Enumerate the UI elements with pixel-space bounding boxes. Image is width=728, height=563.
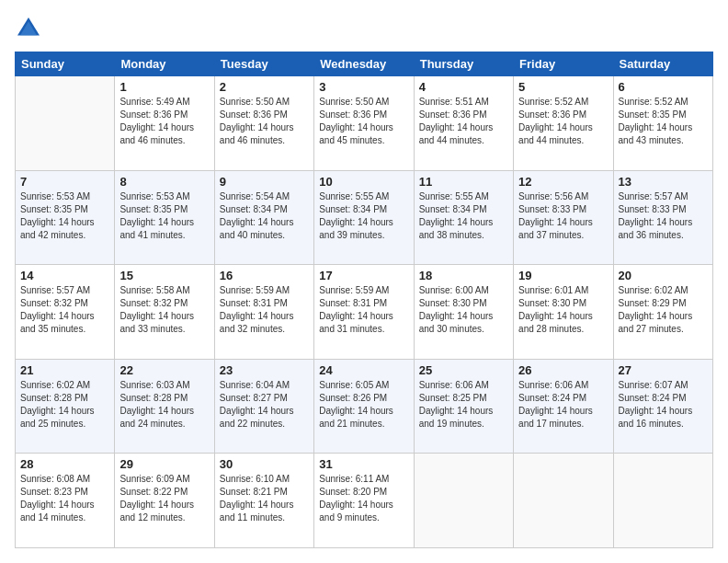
calendar-cell: 6Sunrise: 5:52 AM Sunset: 8:35 PM Daylig… bbox=[613, 76, 712, 171]
calendar-cell: 28Sunrise: 6:08 AM Sunset: 8:23 PM Dayli… bbox=[16, 454, 115, 548]
cell-info: Sunrise: 6:00 AM Sunset: 8:30 PM Dayligh… bbox=[419, 284, 508, 336]
day-number: 17 bbox=[319, 269, 408, 282]
day-number: 4 bbox=[419, 80, 508, 94]
header bbox=[15, 15, 713, 42]
calendar-cell: 22Sunrise: 6:03 AM Sunset: 8:28 PM Dayli… bbox=[115, 359, 214, 454]
cell-info: Sunrise: 6:11 AM Sunset: 8:20 PM Dayligh… bbox=[319, 473, 408, 524]
day-number: 1 bbox=[119, 80, 209, 94]
calendar-cell bbox=[514, 454, 613, 548]
calendar-header-row: SundayMondayTuesdayWednesdayThursdayFrid… bbox=[16, 52, 713, 76]
calendar-cell: 11Sunrise: 5:55 AM Sunset: 8:34 PM Dayli… bbox=[414, 170, 513, 265]
calendar-cell bbox=[16, 76, 115, 171]
calendar-day-header: Tuesday bbox=[214, 52, 313, 76]
day-number: 2 bbox=[220, 80, 309, 94]
cell-info: Sunrise: 5:52 AM Sunset: 8:35 PM Dayligh… bbox=[619, 96, 708, 147]
cell-info: Sunrise: 6:01 AM Sunset: 8:30 PM Dayligh… bbox=[518, 284, 608, 336]
calendar-table: SundayMondayTuesdayWednesdayThursdayFrid… bbox=[15, 52, 713, 548]
cell-info: Sunrise: 5:54 AM Sunset: 8:34 PM Dayligh… bbox=[220, 190, 309, 242]
calendar-week-row: 7Sunrise: 5:53 AM Sunset: 8:35 PM Daylig… bbox=[16, 170, 713, 265]
day-number: 15 bbox=[119, 269, 209, 282]
cell-info: Sunrise: 5:59 AM Sunset: 8:31 PM Dayligh… bbox=[220, 284, 309, 336]
calendar-day-header: Friday bbox=[514, 52, 613, 76]
day-number: 14 bbox=[20, 269, 109, 282]
calendar-day-header: Monday bbox=[115, 52, 214, 76]
cell-info: Sunrise: 6:03 AM Sunset: 8:28 PM Dayligh… bbox=[119, 379, 209, 431]
day-number: 12 bbox=[518, 175, 608, 189]
calendar-cell: 9Sunrise: 5:54 AM Sunset: 8:34 PM Daylig… bbox=[214, 170, 313, 265]
cell-info: Sunrise: 5:56 AM Sunset: 8:33 PM Dayligh… bbox=[518, 190, 608, 242]
calendar-cell: 25Sunrise: 6:06 AM Sunset: 8:25 PM Dayli… bbox=[414, 359, 513, 454]
day-number: 20 bbox=[619, 269, 708, 282]
cell-info: Sunrise: 6:02 AM Sunset: 8:29 PM Dayligh… bbox=[619, 284, 708, 336]
page: SundayMondayTuesdayWednesdayThursdayFrid… bbox=[0, 0, 728, 563]
day-number: 10 bbox=[319, 175, 408, 189]
cell-info: Sunrise: 6:09 AM Sunset: 8:22 PM Dayligh… bbox=[119, 473, 209, 524]
day-number: 5 bbox=[518, 80, 608, 94]
calendar-cell: 21Sunrise: 6:02 AM Sunset: 8:28 PM Dayli… bbox=[16, 359, 115, 454]
calendar-day-header: Saturday bbox=[613, 52, 712, 76]
calendar-cell: 27Sunrise: 6:07 AM Sunset: 8:24 PM Dayli… bbox=[613, 359, 712, 454]
day-number: 28 bbox=[20, 457, 109, 471]
cell-info: Sunrise: 5:57 AM Sunset: 8:33 PM Dayligh… bbox=[619, 190, 708, 242]
cell-info: Sunrise: 5:53 AM Sunset: 8:35 PM Dayligh… bbox=[119, 190, 209, 242]
cell-info: Sunrise: 5:57 AM Sunset: 8:32 PM Dayligh… bbox=[20, 284, 109, 336]
calendar-cell: 7Sunrise: 5:53 AM Sunset: 8:35 PM Daylig… bbox=[16, 170, 115, 265]
day-number: 8 bbox=[119, 175, 209, 189]
cell-info: Sunrise: 6:10 AM Sunset: 8:21 PM Dayligh… bbox=[220, 473, 309, 524]
day-number: 29 bbox=[119, 457, 209, 471]
cell-info: Sunrise: 5:51 AM Sunset: 8:36 PM Dayligh… bbox=[419, 96, 508, 147]
cell-info: Sunrise: 6:06 AM Sunset: 8:24 PM Dayligh… bbox=[518, 379, 608, 431]
cell-info: Sunrise: 6:04 AM Sunset: 8:27 PM Dayligh… bbox=[220, 379, 309, 431]
day-number: 9 bbox=[220, 175, 309, 189]
cell-info: Sunrise: 5:55 AM Sunset: 8:34 PM Dayligh… bbox=[419, 190, 508, 242]
cell-info: Sunrise: 6:06 AM Sunset: 8:25 PM Dayligh… bbox=[419, 379, 508, 431]
calendar-cell: 12Sunrise: 5:56 AM Sunset: 8:33 PM Dayli… bbox=[514, 170, 613, 265]
calendar-cell: 3Sunrise: 5:50 AM Sunset: 8:36 PM Daylig… bbox=[314, 76, 414, 171]
calendar-cell: 1Sunrise: 5:49 AM Sunset: 8:36 PM Daylig… bbox=[115, 76, 214, 171]
calendar-cell: 26Sunrise: 6:06 AM Sunset: 8:24 PM Dayli… bbox=[514, 359, 613, 454]
calendar-cell: 20Sunrise: 6:02 AM Sunset: 8:29 PM Dayli… bbox=[613, 265, 712, 360]
day-number: 31 bbox=[319, 457, 408, 471]
day-number: 23 bbox=[220, 363, 309, 377]
day-number: 24 bbox=[319, 363, 408, 377]
cell-info: Sunrise: 5:59 AM Sunset: 8:31 PM Dayligh… bbox=[319, 284, 408, 336]
day-number: 18 bbox=[419, 269, 508, 282]
day-number: 11 bbox=[419, 175, 508, 189]
cell-info: Sunrise: 6:07 AM Sunset: 8:24 PM Dayligh… bbox=[619, 379, 708, 431]
calendar-cell: 2Sunrise: 5:50 AM Sunset: 8:36 PM Daylig… bbox=[214, 76, 313, 171]
cell-info: Sunrise: 6:08 AM Sunset: 8:23 PM Dayligh… bbox=[20, 473, 109, 524]
calendar-cell: 10Sunrise: 5:55 AM Sunset: 8:34 PM Dayli… bbox=[314, 170, 414, 265]
day-number: 30 bbox=[220, 457, 309, 471]
day-number: 19 bbox=[518, 269, 608, 282]
calendar-week-row: 21Sunrise: 6:02 AM Sunset: 8:28 PM Dayli… bbox=[16, 359, 713, 454]
cell-info: Sunrise: 5:50 AM Sunset: 8:36 PM Dayligh… bbox=[220, 96, 309, 147]
calendar-cell: 5Sunrise: 5:52 AM Sunset: 8:36 PM Daylig… bbox=[514, 76, 613, 171]
cell-info: Sunrise: 5:49 AM Sunset: 8:36 PM Dayligh… bbox=[119, 96, 209, 147]
day-number: 25 bbox=[419, 363, 508, 377]
logo bbox=[15, 15, 46, 42]
calendar-day-header: Thursday bbox=[414, 52, 513, 76]
cell-info: Sunrise: 6:02 AM Sunset: 8:28 PM Dayligh… bbox=[20, 379, 109, 431]
day-number: 26 bbox=[518, 363, 608, 377]
calendar-cell: 23Sunrise: 6:04 AM Sunset: 8:27 PM Dayli… bbox=[214, 359, 313, 454]
calendar-cell bbox=[613, 454, 712, 548]
day-number: 3 bbox=[319, 80, 408, 94]
day-number: 21 bbox=[20, 363, 109, 377]
calendar-cell: 31Sunrise: 6:11 AM Sunset: 8:20 PM Dayli… bbox=[314, 454, 414, 548]
calendar-week-row: 28Sunrise: 6:08 AM Sunset: 8:23 PM Dayli… bbox=[16, 454, 713, 548]
calendar-cell: 18Sunrise: 6:00 AM Sunset: 8:30 PM Dayli… bbox=[414, 265, 513, 360]
calendar-cell: 15Sunrise: 5:58 AM Sunset: 8:32 PM Dayli… bbox=[115, 265, 214, 360]
calendar-cell: 17Sunrise: 5:59 AM Sunset: 8:31 PM Dayli… bbox=[314, 265, 414, 360]
day-number: 16 bbox=[220, 269, 309, 282]
calendar-cell: 19Sunrise: 6:01 AM Sunset: 8:30 PM Dayli… bbox=[514, 265, 613, 360]
cell-info: Sunrise: 5:55 AM Sunset: 8:34 PM Dayligh… bbox=[319, 190, 408, 242]
day-number: 7 bbox=[20, 175, 109, 189]
calendar-cell bbox=[414, 454, 513, 548]
calendar-day-header: Sunday bbox=[16, 52, 115, 76]
calendar-week-row: 1Sunrise: 5:49 AM Sunset: 8:36 PM Daylig… bbox=[16, 76, 713, 171]
calendar-cell: 14Sunrise: 5:57 AM Sunset: 8:32 PM Dayli… bbox=[16, 265, 115, 360]
cell-info: Sunrise: 5:52 AM Sunset: 8:36 PM Dayligh… bbox=[518, 96, 608, 147]
cell-info: Sunrise: 6:05 AM Sunset: 8:26 PM Dayligh… bbox=[319, 379, 408, 431]
calendar-week-row: 14Sunrise: 5:57 AM Sunset: 8:32 PM Dayli… bbox=[16, 265, 713, 360]
calendar-cell: 29Sunrise: 6:09 AM Sunset: 8:22 PM Dayli… bbox=[115, 454, 214, 548]
